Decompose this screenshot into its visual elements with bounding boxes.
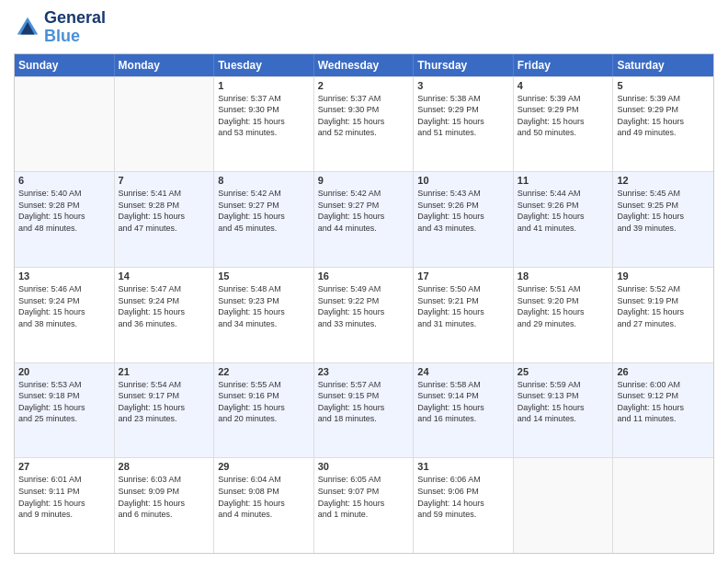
day-info: Sunrise: 5:45 AM Sunset: 9:25 PM Dayligh… bbox=[617, 188, 710, 234]
logo: General Blue bbox=[14, 9, 106, 46]
day-number: 26 bbox=[617, 366, 710, 377]
calendar-cell: 12Sunrise: 5:45 AM Sunset: 9:25 PM Dayli… bbox=[613, 172, 713, 267]
logo-icon bbox=[14, 14, 41, 41]
day-info: Sunrise: 5:42 AM Sunset: 9:27 PM Dayligh… bbox=[218, 188, 310, 234]
day-number: 5 bbox=[617, 80, 710, 91]
calendar-cell: 22Sunrise: 5:55 AM Sunset: 9:16 PM Dayli… bbox=[214, 363, 314, 458]
calendar-cell: 10Sunrise: 5:43 AM Sunset: 9:26 PM Dayli… bbox=[414, 172, 514, 267]
day-number: 3 bbox=[417, 80, 509, 91]
day-number: 11 bbox=[518, 175, 609, 186]
calendar-cell bbox=[613, 458, 713, 553]
calendar-cell: 26Sunrise: 6:00 AM Sunset: 9:12 PM Dayli… bbox=[613, 363, 713, 458]
calendar-cell: 16Sunrise: 5:49 AM Sunset: 9:22 PM Dayli… bbox=[314, 268, 415, 362]
day-info: Sunrise: 5:37 AM Sunset: 9:30 PM Dayligh… bbox=[218, 93, 310, 139]
day-info: Sunrise: 6:03 AM Sunset: 9:09 PM Dayligh… bbox=[119, 474, 210, 520]
day-number: 21 bbox=[119, 366, 210, 377]
day-info: Sunrise: 5:54 AM Sunset: 9:17 PM Dayligh… bbox=[119, 379, 210, 425]
day-number: 13 bbox=[18, 270, 110, 282]
day-number: 28 bbox=[119, 461, 210, 472]
day-header-saturday: Saturday bbox=[613, 54, 713, 76]
calendar-cell: 11Sunrise: 5:44 AM Sunset: 9:26 PM Dayli… bbox=[514, 172, 614, 267]
calendar-row-3: 20Sunrise: 5:53 AM Sunset: 9:18 PM Dayli… bbox=[15, 362, 713, 458]
day-info: Sunrise: 5:50 AM Sunset: 9:21 PM Dayligh… bbox=[417, 283, 509, 329]
calendar-cell: 31Sunrise: 6:06 AM Sunset: 9:06 PM Dayli… bbox=[414, 458, 514, 553]
calendar-cell: 15Sunrise: 5:48 AM Sunset: 9:23 PM Dayli… bbox=[214, 268, 314, 362]
day-number: 29 bbox=[218, 461, 310, 472]
calendar-cell: 13Sunrise: 5:46 AM Sunset: 9:24 PM Dayli… bbox=[15, 268, 115, 362]
calendar-cell: 19Sunrise: 5:52 AM Sunset: 9:19 PM Dayli… bbox=[613, 268, 713, 362]
day-number: 8 bbox=[218, 175, 310, 186]
calendar: SundayMondayTuesdayWednesdayThursdayFrid… bbox=[14, 53, 714, 554]
day-number: 12 bbox=[617, 175, 710, 186]
calendar-cell: 17Sunrise: 5:50 AM Sunset: 9:21 PM Dayli… bbox=[414, 268, 514, 362]
calendar-cell: 30Sunrise: 6:05 AM Sunset: 9:07 PM Dayli… bbox=[314, 458, 415, 553]
calendar-header: SundayMondayTuesdayWednesdayThursdayFrid… bbox=[15, 54, 713, 76]
day-info: Sunrise: 5:47 AM Sunset: 9:24 PM Dayligh… bbox=[119, 283, 210, 329]
logo-text: General Blue bbox=[44, 9, 106, 46]
day-info: Sunrise: 5:55 AM Sunset: 9:16 PM Dayligh… bbox=[218, 379, 310, 425]
day-header-monday: Monday bbox=[115, 54, 215, 76]
calendar-cell: 24Sunrise: 5:58 AM Sunset: 9:14 PM Dayli… bbox=[414, 363, 514, 458]
day-number: 27 bbox=[18, 461, 110, 472]
calendar-cell bbox=[115, 77, 215, 172]
day-number: 10 bbox=[417, 175, 509, 186]
day-info: Sunrise: 5:51 AM Sunset: 9:20 PM Dayligh… bbox=[518, 283, 609, 329]
calendar-cell: 20Sunrise: 5:53 AM Sunset: 9:18 PM Dayli… bbox=[15, 363, 115, 458]
day-info: Sunrise: 5:38 AM Sunset: 9:29 PM Dayligh… bbox=[417, 93, 509, 139]
day-info: Sunrise: 5:41 AM Sunset: 9:28 PM Dayligh… bbox=[119, 188, 210, 234]
day-number: 6 bbox=[18, 175, 110, 186]
calendar-cell: 23Sunrise: 5:57 AM Sunset: 9:15 PM Dayli… bbox=[314, 363, 415, 458]
day-number: 16 bbox=[318, 270, 410, 282]
day-info: Sunrise: 5:53 AM Sunset: 9:18 PM Dayligh… bbox=[18, 379, 110, 425]
day-number: 2 bbox=[318, 80, 410, 91]
header: General Blue bbox=[14, 9, 714, 46]
day-number: 23 bbox=[318, 366, 410, 377]
day-number: 15 bbox=[218, 270, 310, 282]
calendar-cell: 21Sunrise: 5:54 AM Sunset: 9:17 PM Dayli… bbox=[115, 363, 215, 458]
day-info: Sunrise: 5:39 AM Sunset: 9:29 PM Dayligh… bbox=[617, 93, 710, 139]
day-info: Sunrise: 5:42 AM Sunset: 9:27 PM Dayligh… bbox=[318, 188, 410, 234]
calendar-body: 1Sunrise: 5:37 AM Sunset: 9:30 PM Daylig… bbox=[15, 76, 713, 553]
day-number: 19 bbox=[617, 270, 710, 282]
day-info: Sunrise: 5:48 AM Sunset: 9:23 PM Dayligh… bbox=[218, 283, 310, 329]
day-info: Sunrise: 5:59 AM Sunset: 9:13 PM Dayligh… bbox=[518, 379, 609, 425]
logo-line2: Blue bbox=[44, 28, 106, 46]
day-number: 22 bbox=[218, 366, 310, 377]
calendar-cell: 3Sunrise: 5:38 AM Sunset: 9:29 PM Daylig… bbox=[414, 77, 514, 172]
day-header-tuesday: Tuesday bbox=[214, 54, 314, 76]
day-info: Sunrise: 6:01 AM Sunset: 9:11 PM Dayligh… bbox=[18, 474, 110, 520]
day-number: 30 bbox=[318, 461, 410, 472]
day-info: Sunrise: 5:39 AM Sunset: 9:29 PM Dayligh… bbox=[518, 93, 609, 139]
day-number: 14 bbox=[119, 270, 210, 282]
calendar-cell: 27Sunrise: 6:01 AM Sunset: 9:11 PM Dayli… bbox=[15, 458, 115, 553]
day-number: 18 bbox=[518, 270, 609, 282]
day-info: Sunrise: 6:06 AM Sunset: 9:06 PM Dayligh… bbox=[417, 474, 509, 520]
calendar-cell: 7Sunrise: 5:41 AM Sunset: 9:28 PM Daylig… bbox=[115, 172, 215, 267]
day-number: 17 bbox=[417, 270, 509, 282]
day-info: Sunrise: 5:49 AM Sunset: 9:22 PM Dayligh… bbox=[318, 283, 410, 329]
calendar-cell: 1Sunrise: 5:37 AM Sunset: 9:30 PM Daylig… bbox=[214, 77, 314, 172]
calendar-cell: 2Sunrise: 5:37 AM Sunset: 9:30 PM Daylig… bbox=[314, 77, 415, 172]
day-number: 20 bbox=[18, 366, 110, 377]
day-info: Sunrise: 5:40 AM Sunset: 9:28 PM Dayligh… bbox=[18, 188, 110, 234]
day-info: Sunrise: 5:57 AM Sunset: 9:15 PM Dayligh… bbox=[318, 379, 410, 425]
day-info: Sunrise: 5:58 AM Sunset: 9:14 PM Dayligh… bbox=[417, 379, 509, 425]
calendar-cell: 25Sunrise: 5:59 AM Sunset: 9:13 PM Dayli… bbox=[514, 363, 614, 458]
day-info: Sunrise: 5:44 AM Sunset: 9:26 PM Dayligh… bbox=[518, 188, 609, 234]
calendar-cell bbox=[514, 458, 614, 553]
day-header-wednesday: Wednesday bbox=[314, 54, 415, 76]
calendar-cell: 14Sunrise: 5:47 AM Sunset: 9:24 PM Dayli… bbox=[115, 268, 215, 362]
calendar-row-2: 13Sunrise: 5:46 AM Sunset: 9:24 PM Dayli… bbox=[15, 267, 713, 362]
calendar-cell: 18Sunrise: 5:51 AM Sunset: 9:20 PM Dayli… bbox=[514, 268, 614, 362]
day-header-sunday: Sunday bbox=[15, 54, 115, 76]
day-number: 25 bbox=[518, 366, 609, 377]
calendar-cell bbox=[15, 77, 115, 172]
day-number: 24 bbox=[417, 366, 509, 377]
day-number: 31 bbox=[417, 461, 509, 472]
day-info: Sunrise: 5:43 AM Sunset: 9:26 PM Dayligh… bbox=[417, 188, 509, 234]
day-header-friday: Friday bbox=[514, 54, 614, 76]
day-number: 9 bbox=[318, 175, 410, 186]
page: General Blue SundayMondayTuesdayWednesda… bbox=[0, 0, 728, 563]
calendar-cell: 8Sunrise: 5:42 AM Sunset: 9:27 PM Daylig… bbox=[214, 172, 314, 267]
day-number: 7 bbox=[119, 175, 210, 186]
